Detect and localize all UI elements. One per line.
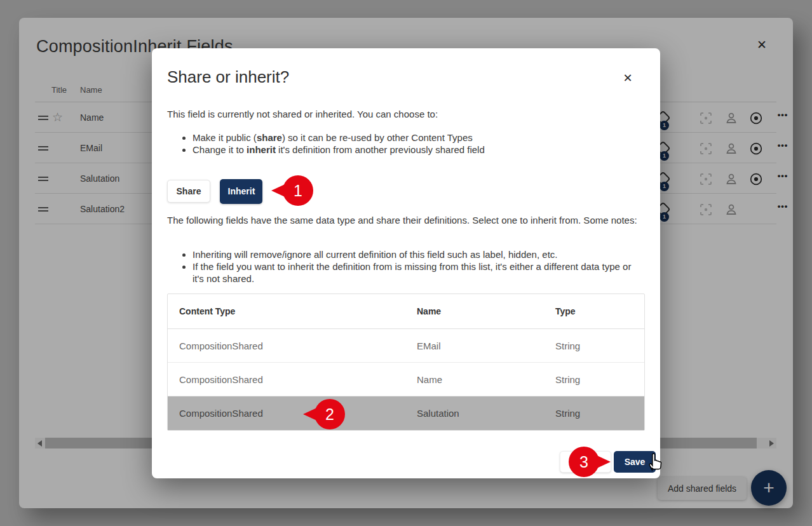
cell-name: EMail (405, 341, 544, 351)
shared-field-row-selected[interactable]: CompositionShared Salutation String (168, 396, 644, 430)
share-or-inherit-dialog: Share or inherit? ✕ This field is curren… (152, 48, 660, 478)
inherit-list-intro: The following fields have the same data … (167, 214, 647, 226)
cell-name: Salutation (405, 408, 544, 419)
cell-name: Name (405, 374, 544, 385)
cell-content-type: CompositionShared (168, 374, 405, 385)
cell-type: String (544, 408, 644, 419)
dialog-intro-text: This field is currently not shared or in… (167, 109, 438, 119)
choice-bold: share (257, 132, 282, 143)
cell-content-type: CompositionShared (168, 341, 405, 351)
shared-field-row[interactable]: CompositionShared EMail String (168, 329, 644, 363)
close-icon: ✕ (623, 72, 632, 84)
share-button[interactable]: Share (167, 180, 210, 203)
note-item: Inheriting will remove/ignore all curren… (193, 248, 633, 260)
shared-fields-table-header: Content Type Name Type (168, 294, 644, 329)
column-header-type: Type (544, 306, 644, 316)
choice-bold: inherit (247, 144, 276, 155)
annotation-number: 3 (569, 447, 599, 477)
choice-text: Make it public ( (193, 132, 257, 143)
cell-content-type: CompositionShared (168, 408, 405, 419)
cell-type: String (544, 374, 644, 385)
dialog-title: Share or inherit? (167, 67, 289, 87)
choice-item: Make it public (share) so it can be re-u… (193, 132, 639, 144)
notes-list: Inheriting will remove/ignore all curren… (181, 248, 633, 285)
column-header-content-type: Content Type (168, 306, 405, 316)
choice-text: it's definition from another previously … (276, 144, 485, 155)
dialog-close-button[interactable]: ✕ (619, 70, 636, 86)
annotation-step-2-badge: 2 (303, 399, 345, 429)
column-header-name: Name (405, 306, 544, 316)
cell-type: String (544, 341, 644, 351)
annotation-step-3-badge: 3 (569, 447, 611, 477)
annotation-step-1-badge: 1 (271, 175, 313, 206)
choice-item: Change it to inherit it's definition fro… (193, 144, 639, 156)
choice-list: Make it public (share) so it can be re-u… (181, 132, 639, 156)
choice-text: Change it to (193, 144, 247, 155)
cursor-pointer-icon (647, 451, 665, 471)
shared-fields-table: Content Type Name Type CompositionShared… (167, 293, 645, 431)
inherit-button[interactable]: Inherit (220, 179, 262, 204)
choice-text: ) so it can be re-used by other Content … (282, 132, 473, 143)
shared-field-row[interactable]: CompositionShared Name String (168, 363, 644, 396)
annotation-number: 1 (283, 175, 313, 206)
mode-toggle-group: Share Inherit (167, 179, 262, 204)
annotation-number: 2 (315, 399, 345, 429)
note-item: If the field you want to inherit the def… (193, 260, 633, 285)
